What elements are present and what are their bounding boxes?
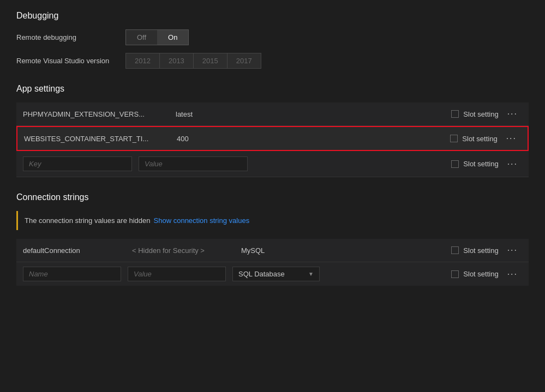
remote-debug-row: Remote debugging Off On [16, 29, 529, 45]
checkbox-icon-1[interactable] [451, 110, 459, 118]
input-more-options-button[interactable]: ··· [503, 158, 522, 170]
connection-row-1: defaultConnection < Hidden for Security … [16, 239, 529, 262]
conn-value-input-wrapper: Value [128, 267, 226, 281]
chevron-down-icon: ▼ [308, 271, 314, 277]
app-setting-input-row: Key Value Slot setting ··· [16, 151, 529, 177]
key-input-wrapper: Key [23, 156, 132, 171]
app-settings-section: App settings PHPMYADMIN_EXTENSION_VERS..… [16, 84, 529, 177]
conn-input-checkbox-icon[interactable] [451, 270, 459, 278]
version-2013-button[interactable]: 2013 [160, 53, 194, 68]
connection-strings-title: Connection strings [16, 192, 529, 202]
conn-type-1: MySQL [241, 246, 307, 255]
toggle-off-button[interactable]: Off [126, 30, 157, 45]
conn-input-slot: Slot setting ··· [320, 268, 522, 280]
app-settings-title: App settings [16, 84, 529, 94]
debugging-title: Debugging [16, 11, 529, 21]
debugging-section: Debugging Remote debugging Off On Remote… [16, 11, 529, 69]
app-setting-slot-2: Slot setting ··· [286, 132, 521, 144]
version-2017-button[interactable]: 2017 [227, 53, 261, 68]
remote-debug-toggle[interactable]: Off On [125, 29, 189, 45]
slot-label-1: Slot setting [463, 110, 498, 118]
app-setting-row-1: PHPMYADMIN_EXTENSION_VERS... latest Slot… [16, 102, 529, 126]
conn-name-input-wrapper: Name [23, 267, 121, 281]
conn-name-input[interactable]: Name [23, 267, 121, 281]
conn-slot-label-1: Slot setting [463, 246, 498, 255]
vs-version-label: Remote Visual Studio version [16, 57, 125, 65]
app-setting-row-2: WEBSITES_CONTAINER_START_TI... 400 Slot … [16, 126, 529, 151]
conn-checkbox-icon-1[interactable] [451, 246, 459, 254]
conn-slot-1: Slot setting ··· [307, 244, 522, 256]
app-setting-value-1: latest [176, 110, 285, 118]
remote-debug-label: Remote debugging [16, 33, 125, 41]
more-options-button-1[interactable]: ··· [503, 108, 522, 120]
conn-type-select[interactable]: SQL Database ▼ [232, 267, 320, 281]
vs-version-row: Remote Visual Studio version 2012 2013 2… [16, 53, 529, 69]
show-values-link[interactable]: Show connection string values [154, 216, 250, 225]
conn-slot-checkbox-1[interactable]: Slot setting [451, 246, 498, 255]
app-input-slot: Slot setting ··· [248, 158, 522, 170]
conn-value-placeholder: Value [134, 270, 152, 278]
slot-checkbox-1[interactable]: Slot setting [451, 110, 498, 118]
app-setting-value-2: 400 [177, 135, 286, 143]
more-options-button-2[interactable]: ··· [502, 132, 521, 144]
input-slot-label: Slot setting [463, 160, 498, 168]
slot-label-2: Slot setting [462, 135, 497, 143]
conn-input-more-options-button[interactable]: ··· [503, 268, 522, 280]
version-2012-button[interactable]: 2012 [126, 53, 160, 68]
app-setting-key-1: PHPMYADMIN_EXTENSION_VERS... [23, 110, 176, 118]
input-checkbox-icon[interactable] [451, 160, 459, 168]
conn-value-input[interactable]: Value [128, 267, 226, 281]
conn-input-checkbox[interactable]: Slot setting [451, 270, 498, 278]
toggle-on-button[interactable]: On [157, 30, 188, 45]
checkbox-icon-2[interactable] [450, 135, 458, 142]
value-input-wrapper: Value [139, 156, 248, 171]
conn-more-options-button-1[interactable]: ··· [503, 244, 522, 256]
app-setting-key-2: WEBSITES_CONTAINER_START_TI... [24, 135, 177, 143]
conn-type-select-wrapper: SQL Database ▼ [232, 267, 320, 281]
conn-input-row: Name Value SQL Database ▼ Slot setting ·… [16, 262, 529, 286]
conn-name-1: defaultConnection [23, 246, 132, 255]
value-placeholder: Value [145, 160, 163, 168]
version-2015-button[interactable]: 2015 [194, 53, 227, 68]
conn-name-placeholder: Name [29, 270, 48, 278]
info-text: The connection string values are hidden [25, 216, 151, 225]
connection-strings-section: Connection strings The connection string… [16, 192, 529, 286]
conn-hidden-1: < Hidden for Security > [132, 246, 241, 255]
conn-input-slot-label: Slot setting [463, 270, 498, 278]
key-placeholder: Key [29, 160, 41, 168]
slot-checkbox-2[interactable]: Slot setting [450, 135, 497, 143]
key-input[interactable]: Key [23, 156, 132, 171]
input-slot-checkbox[interactable]: Slot setting [451, 160, 498, 168]
value-input[interactable]: Value [139, 156, 248, 171]
app-setting-slot-1: Slot setting ··· [285, 108, 522, 120]
vs-version-group[interactable]: 2012 2013 2015 2017 [125, 53, 261, 69]
conn-type-value: SQL Database [238, 270, 285, 278]
connection-info-bar: The connection string values are hidden … [16, 211, 529, 230]
